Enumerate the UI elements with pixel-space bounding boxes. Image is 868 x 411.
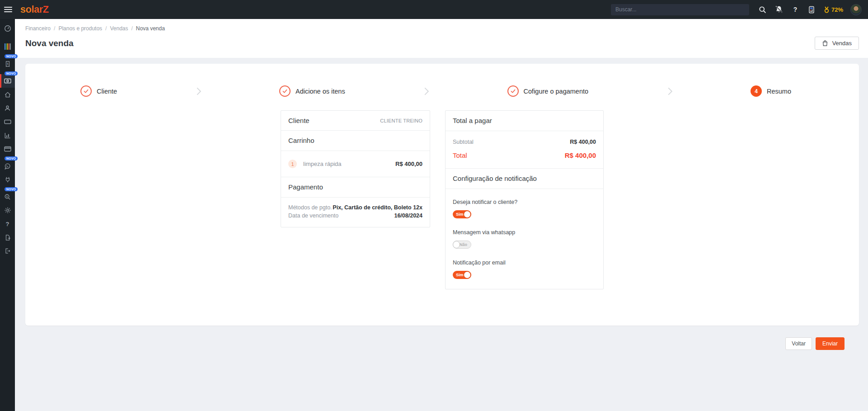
total-a-pagar-title: Total a pagar [453, 117, 492, 124]
sidebar-item-help[interactable]: ? [0, 217, 15, 231]
total-row: Total R$ 400,00 [453, 151, 596, 159]
barcode-icon [4, 43, 11, 50]
sidebar-item-settings[interactable] [0, 203, 15, 217]
novo-badge: NOVO [5, 187, 18, 191]
cliente-name: CLIENTE TREINO [380, 118, 422, 123]
solarz-logo: solarZ [20, 4, 49, 15]
cart-item-row: 1 limpeza rápida R$ 400,00 [281, 151, 430, 177]
page-header: Financeiro / Planos e produtos / Vendas … [15, 19, 868, 58]
sidebar-item-financial-search[interactable]: NOVO $ [0, 190, 15, 203]
whatsapp-message-toggle[interactable]: Não [453, 241, 471, 249]
notification-config-title: Configuração de notificação [453, 175, 537, 182]
sidebar-item-tickets[interactable] [0, 115, 15, 128]
card-machine-icon[interactable] [807, 5, 816, 14]
file-export-icon [5, 234, 11, 241]
main-content: Financeiro / Planos e produtos / Vendas … [15, 19, 868, 411]
money-icon [4, 78, 11, 84]
sidebar-item-whatsapp[interactable]: NOVO [0, 159, 15, 173]
pagamento-section-title: Pagamento [288, 183, 323, 191]
money-search-icon: $ [4, 194, 11, 200]
step-check-icon [507, 85, 519, 97]
step-check-icon [279, 85, 291, 97]
breadcrumb-vendas[interactable]: Vendas [110, 25, 128, 32]
due-date-row: Data de vencimento 16/08/2024 [288, 213, 422, 219]
breadcrumb-financeiro[interactable]: Financeiro [25, 25, 51, 32]
toggle-knob [453, 241, 460, 248]
step-number: 4 [751, 85, 762, 97]
order-summary-panel: Cliente CLIENTE TREINO Carrinho 1 limpez… [281, 110, 430, 227]
carrinho-section-title: Carrinho [288, 137, 314, 144]
whatsapp-message-group: Mensagem via whatsapp Não [453, 229, 596, 249]
home-icon [4, 91, 11, 98]
gamification-score[interactable]: 72% [823, 6, 843, 14]
sidebar-item-barcode[interactable] [0, 40, 15, 53]
sidebar-item-payments[interactable] [0, 142, 15, 156]
help-icon[interactable]: ? [791, 5, 800, 14]
whatsapp-icon [4, 163, 11, 170]
email-notification-toggle[interactable]: Sim [453, 271, 471, 279]
search-icon[interactable] [758, 5, 767, 14]
chevron-right-icon [193, 86, 203, 96]
chart-icon [4, 132, 11, 139]
sidebar-item-clients[interactable] [0, 101, 15, 115]
step-cliente[interactable]: Cliente [80, 85, 117, 97]
svg-text:$: $ [7, 61, 9, 65]
sidebar-item-documents[interactable] [0, 231, 15, 244]
payment-methods-row: Métodos de pgto. Pix, Cartão de crédito,… [288, 204, 422, 211]
sidebar-item-receipts[interactable]: NOVO $ [0, 57, 15, 71]
chevron-right-icon [665, 86, 675, 96]
gear-icon [4, 207, 11, 214]
footer-actions: Voltar Enviar [785, 337, 845, 350]
payment-methods-value: Pix, Cartão de crédito, Boleto 12x [333, 204, 422, 211]
novo-badge: NOVO [5, 156, 18, 161]
step-check-icon [80, 85, 92, 97]
total-value: R$ 400,00 [565, 151, 596, 159]
item-price: R$ 400,00 [395, 161, 422, 167]
notify-client-toggle[interactable]: Sim [453, 210, 471, 218]
breadcrumb-planos-e-produtos[interactable]: Planos e produtos [58, 25, 102, 32]
notifications-off-icon[interactable] [774, 5, 784, 14]
sidebar-item-home[interactable] [0, 88, 15, 101]
voltar-button[interactable]: Voltar [785, 337, 812, 350]
score-percentage: 72% [831, 6, 843, 13]
search-input[interactable] [611, 4, 749, 15]
sidebar-item-logout[interactable] [0, 244, 15, 258]
credit-card-icon [4, 146, 11, 152]
plug-icon [5, 176, 11, 183]
totals-panel: Total a pagar Subtotal R$ 400,00 Total R… [445, 110, 604, 289]
item-quantity-badge: 1 [288, 160, 297, 168]
breadcrumb-nova-venda: Nova venda [136, 25, 165, 32]
sidebar-item-reports[interactable] [0, 128, 15, 142]
nova-venda-card: Cliente Adicione os itens Cofigure o pag… [25, 64, 859, 326]
person-icon [4, 105, 11, 112]
notify-client-group: Deseja notificar o cliente? Sim [453, 199, 596, 218]
novo-badge: NOVO [5, 54, 18, 58]
ticket-icon [4, 119, 11, 125]
logout-icon [4, 248, 11, 254]
sidebar-item-sales-active[interactable]: NOVO [0, 74, 15, 88]
toggle-knob [464, 211, 470, 217]
user-avatar[interactable] [850, 4, 862, 15]
topbar: solarZ ? 72% [0, 0, 868, 19]
step-resumo[interactable]: 4 Resumo [751, 85, 791, 97]
item-name: limpeza rápida [303, 161, 395, 167]
subtotal-value: R$ 400,00 [570, 139, 596, 145]
step-configure-o-pagamento[interactable]: Cofigure o pagamento [507, 85, 589, 97]
subtotal-row: Subtotal R$ 400,00 [453, 139, 596, 145]
menu-hamburger-icon[interactable] [4, 7, 12, 12]
due-date-value: 16/08/2024 [394, 213, 422, 219]
enviar-button[interactable]: Enviar [816, 337, 845, 350]
page-title: Nova venda [25, 38, 74, 48]
sidebar-item-integrations[interactable] [0, 173, 15, 186]
breadcrumb: Financeiro / Planos e produtos / Vendas … [25, 25, 859, 32]
email-notification-group: Notificação por email Sim [453, 260, 596, 279]
gauge-icon [4, 25, 11, 32]
sidebar-item-dashboard[interactable] [0, 22, 15, 35]
svg-text:$: $ [6, 194, 8, 198]
step-adicione-os-itens[interactable]: Adicione os itens [279, 85, 345, 97]
shopping-bag-icon [822, 40, 828, 47]
chevron-right-icon [421, 86, 431, 96]
receipt-icon: $ [5, 61, 11, 67]
novo-badge: NOVO [5, 71, 18, 76]
vendas-button[interactable]: Vendas [815, 37, 859, 50]
